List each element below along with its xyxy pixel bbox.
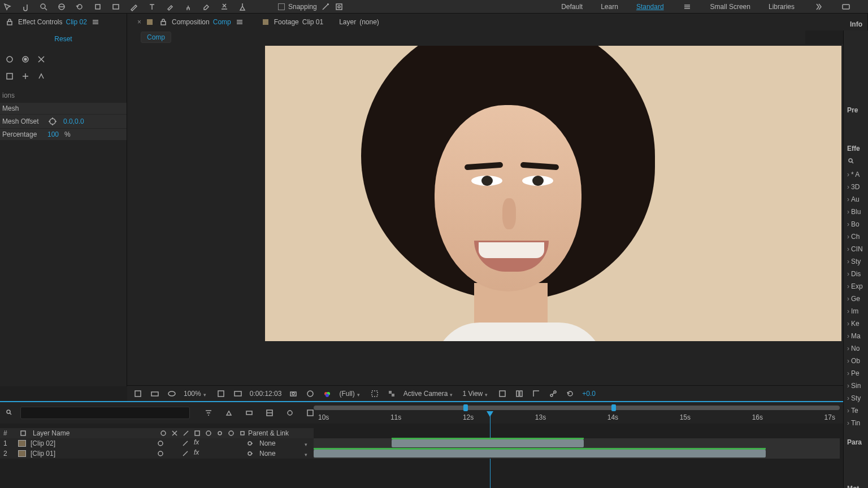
fx-icon-5[interactable] [20, 71, 31, 81]
refresh-icon[interactable] [565, 389, 575, 399]
effect-cat[interactable]: Sin [844, 380, 868, 392]
layer-name[interactable]: [Clip 02] [31, 439, 151, 447]
type-tool-icon[interactable] [147, 2, 157, 12]
track-lane-2[interactable] [314, 448, 840, 459]
paragraph-panel-hdr[interactable]: Para [844, 436, 868, 448]
puppet-tool-icon[interactable] [237, 2, 248, 12]
transparency-icon[interactable] [387, 389, 397, 399]
layer-switch-icon[interactable] [155, 448, 166, 459]
switch-icon[interactable] [227, 428, 236, 438]
col-num[interactable]: # [3, 429, 14, 437]
col-label-icon[interactable] [18, 428, 28, 438]
timeline-search-input[interactable] [20, 407, 190, 419]
views-dropdown[interactable]: 1 View [462, 390, 491, 398]
motion-panel-hdr[interactable]: Mot [844, 482, 868, 488]
fx-icon-2[interactable] [20, 54, 31, 64]
crosshair-icon[interactable] [47, 116, 58, 127]
fx-badge[interactable]: fx [194, 438, 199, 448]
resolution-dropdown[interactable]: (Full) [339, 390, 362, 398]
clone-tool-icon[interactable] [183, 2, 193, 12]
parent-dropdown[interactable]: None [259, 450, 310, 457]
workspace-standard[interactable]: Standard [636, 3, 664, 11]
switch-icon[interactable] [238, 428, 247, 438]
reset-link[interactable]: Reset [54, 35, 72, 43]
snapping-toggle[interactable]: Snapping [278, 2, 344, 12]
layer-row-1[interactable]: 1 [Clip 02] fx None [0, 438, 314, 448]
pickwhip-icon[interactable] [245, 438, 255, 448]
rotate-tool-icon[interactable] [75, 2, 85, 12]
show-snapshot-icon[interactable] [305, 389, 315, 399]
layer-color-icon[interactable] [18, 440, 26, 447]
effect-cat[interactable]: 3D [844, 181, 868, 193]
fx-icon-1[interactable] [5, 54, 15, 64]
eraser-tool-icon[interactable] [201, 2, 211, 12]
res-icon[interactable] [216, 389, 226, 399]
switch-icon[interactable] [170, 428, 179, 438]
timeline-search-icon[interactable] [5, 408, 15, 418]
mesh-row[interactable]: Mesh [0, 103, 127, 114]
composition-name[interactable]: Comp [213, 18, 231, 26]
mesh-offset-value[interactable]: 0.0,0.0 [63, 117, 84, 125]
clip-bar-1[interactable] [392, 439, 584, 447]
preview-canvas[interactable] [265, 46, 841, 341]
effect-cat[interactable]: Tin [844, 417, 868, 429]
selection-tool-icon[interactable] [2, 2, 12, 12]
search-help-icon[interactable] [841, 2, 851, 12]
preview-panel-hdr[interactable]: Pre [844, 104, 868, 116]
effect-cat[interactable]: Dis [844, 268, 868, 280]
camera-dropdown[interactable]: Active Camera [403, 390, 456, 398]
workspace-learn[interactable]: Learn [601, 3, 618, 11]
switch-icon[interactable] [193, 428, 202, 438]
lock-icon[interactable] [158, 17, 168, 27]
magnification-dropdown[interactable]: 100% [184, 390, 209, 398]
effect-cat[interactable]: Bo [844, 218, 868, 230]
search-icon-row[interactable] [844, 155, 868, 168]
view-opt-icon-1[interactable] [497, 389, 507, 399]
col-parent[interactable]: Parent & Link [248, 429, 310, 437]
tl-frame-icon[interactable] [264, 408, 275, 418]
effect-cat[interactable]: CIN [844, 243, 868, 255]
switch-icon[interactable] [181, 428, 190, 438]
effect-cat[interactable]: * A [844, 168, 868, 181]
comp-breadcrumb[interactable]: Comp [141, 32, 171, 43]
composition-viewer[interactable] [127, 44, 843, 385]
effect-cat[interactable]: Pe [844, 367, 868, 380]
effect-cat[interactable]: Au [844, 193, 868, 206]
effect-cat[interactable]: Ke [844, 317, 868, 330]
work-area-bar[interactable] [314, 406, 840, 410]
pickwhip-icon[interactable] [245, 448, 255, 459]
tl-filter-icon[interactable] [203, 408, 214, 418]
workspace-small[interactable]: Small Screen [710, 3, 750, 11]
switch-icon[interactable] [204, 428, 213, 438]
effect-controls-tab[interactable]: Effect Controls Clip 02 [0, 14, 127, 30]
fx-icon-6[interactable] [36, 71, 46, 81]
workspace-libraries[interactable]: Libraries [769, 3, 795, 11]
clip-bar-2[interactable] [314, 450, 766, 457]
panel-menu-icon[interactable] [90, 17, 101, 27]
effects-panel-hdr[interactable]: Effe [844, 142, 868, 155]
panel-menu-icon[interactable] [235, 17, 245, 27]
layer-name[interactable]: [Clip 01] [31, 450, 151, 457]
work-area-out[interactable] [611, 404, 616, 411]
layer-row-2[interactable]: 2 [Clip 01] fx None [0, 448, 314, 459]
percentage-value[interactable]: 100 [47, 130, 59, 138]
effect-cat[interactable]: Ch [844, 230, 868, 243]
fit-icon[interactable] [233, 389, 243, 399]
snapshot-icon[interactable] [288, 389, 298, 399]
parent-dropdown[interactable]: None [259, 439, 310, 447]
fx-icon-4[interactable] [5, 71, 15, 81]
switch-icon[interactable] [159, 428, 168, 438]
layer-tab[interactable]: Layer (none) [339, 18, 379, 26]
info-panel-label[interactable]: Info [847, 18, 866, 30]
col-layer-name[interactable]: Layer Name [33, 429, 154, 437]
effect-controls-clip[interactable]: Clip 02 [66, 18, 86, 26]
effect-cat[interactable]: Sty [844, 392, 868, 404]
switch-icon[interactable] [215, 428, 224, 438]
workspace-default[interactable]: Default [561, 3, 583, 11]
view-opt-icon-3[interactable] [531, 389, 541, 399]
composition-tab[interactable]: × Composition Comp [137, 17, 245, 27]
snapping-checkbox[interactable] [278, 3, 285, 10]
layer-switch-icon[interactable] [180, 438, 190, 448]
effect-cat[interactable]: Ma [844, 330, 868, 342]
exposure-value[interactable]: +0.0 [582, 390, 596, 398]
